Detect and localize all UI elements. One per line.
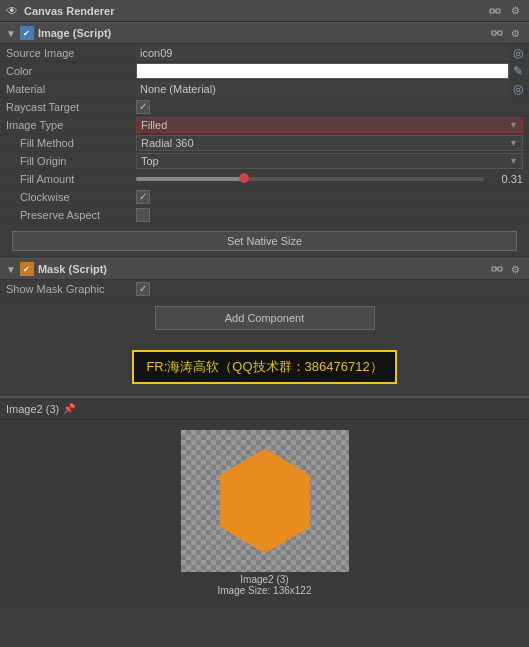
link-icon[interactable] <box>487 3 503 19</box>
fill-method-arrow: ▼ <box>509 138 518 148</box>
watermark-container: FR:海涛高软（QQ技术群：386476712） <box>0 342 529 392</box>
mask-section-icon: ✔ <box>20 262 34 276</box>
clockwise-label: Clockwise <box>6 191 136 203</box>
mask-section-title: Mask (Script) <box>38 263 489 275</box>
add-component-container: Add Component <box>0 298 529 338</box>
material-row: Material None (Material) ◎ <box>0 80 529 98</box>
raycast-target-label: Raycast Target <box>6 101 136 113</box>
image-type-label: Image Type <box>6 119 136 131</box>
color-edit-icon[interactable]: ✎ <box>513 64 523 78</box>
mask-section-link-icon[interactable] <box>489 261 505 277</box>
canvas-renderer-title: Canvas Renderer <box>24 5 487 17</box>
svg-rect-7 <box>498 267 502 271</box>
mask-section-settings-icon[interactable]: ⚙ <box>507 261 523 277</box>
material-label: Material <box>6 83 136 95</box>
clockwise-checkbox[interactable] <box>136 190 150 204</box>
svg-rect-4 <box>498 31 502 35</box>
svg-rect-1 <box>496 9 500 13</box>
fill-amount-track <box>136 177 484 181</box>
fill-origin-dropdown[interactable]: Top ▼ <box>136 153 523 169</box>
fill-amount-row: Fill Amount 0.31 <box>0 170 529 188</box>
source-image-label: Source Image <box>6 47 136 59</box>
settings-icon[interactable]: ⚙ <box>507 3 523 19</box>
clockwise-row: Clockwise <box>0 188 529 206</box>
image-caption-name: Image2 (3) <box>181 574 349 585</box>
raycast-target-checkbox[interactable] <box>136 100 150 114</box>
image-section-header[interactable]: ▼ ✔ Image (Script) ⚙ <box>0 22 529 44</box>
image-section-icon: ✔ <box>20 26 34 40</box>
show-mask-graphic-label: Show Mask Graphic <box>6 283 136 295</box>
raycast-target-row: Raycast Target <box>0 98 529 116</box>
fill-origin-row: Fill Origin Top ▼ <box>0 152 529 170</box>
eye-icon: 👁 <box>6 4 18 18</box>
preserve-aspect-row: Preserve Aspect <box>0 206 529 224</box>
fill-origin-arrow: ▼ <box>509 156 518 166</box>
svg-rect-3 <box>492 31 496 35</box>
show-mask-graphic-checkbox[interactable] <box>136 282 150 296</box>
source-image-edit-icon[interactable]: ◎ <box>513 46 523 60</box>
preserve-aspect-label: Preserve Aspect <box>6 209 136 221</box>
top-bar: 👁 Canvas Renderer ⚙ <box>0 0 529 22</box>
svg-rect-0 <box>490 9 494 13</box>
fill-method-row: Fill Method Radial 360 ▼ <box>0 134 529 152</box>
svg-rect-6 <box>492 267 496 271</box>
material-edit-icon[interactable]: ◎ <box>513 82 523 96</box>
checkerboard-bg <box>181 430 349 572</box>
source-image-value: icon09 <box>140 47 505 59</box>
color-row: Color ✎ <box>0 62 529 80</box>
preview-title: Image2 (3) <box>6 403 59 415</box>
image-caption-size: Image Size: 136x122 <box>181 585 349 596</box>
image-section-settings-icon[interactable]: ⚙ <box>507 25 523 41</box>
fill-amount-thumb[interactable] <box>239 173 249 183</box>
add-component-button[interactable]: Add Component <box>155 306 375 330</box>
color-swatch[interactable] <box>136 63 509 79</box>
image-preview <box>181 430 349 572</box>
image-type-value: Filled <box>141 119 509 131</box>
material-value: None (Material) <box>140 83 505 95</box>
image-type-row: Image Type Filled ▼ <box>0 116 529 134</box>
color-label: Color <box>6 65 136 77</box>
fill-amount-value: 0.31 <box>488 173 523 185</box>
set-native-size-button[interactable]: Set Native Size <box>12 231 517 251</box>
image-type-dropdown[interactable]: Filled ▼ <box>136 117 523 133</box>
image-type-arrow: ▼ <box>509 120 518 130</box>
image-section-title: Image (Script) <box>38 27 489 39</box>
set-native-size-container: Set Native Size <box>0 224 529 258</box>
show-mask-graphic-row: Show Mask Graphic <box>0 280 529 298</box>
fill-amount-slider-container[interactable]: 0.31 <box>136 173 523 185</box>
preserve-aspect-checkbox[interactable] <box>136 208 150 222</box>
preview-area: Image2 (3) 📌 <box>0 396 529 606</box>
fill-amount-label: Fill Amount <box>6 173 136 185</box>
fill-method-label: Fill Method <box>6 137 136 149</box>
fill-origin-value: Top <box>141 155 509 167</box>
watermark-text: FR:海涛高软（QQ技术群：386476712） <box>132 350 396 384</box>
source-image-row: Source Image icon09 ◎ <box>0 44 529 62</box>
fill-origin-label: Fill Origin <box>6 155 136 167</box>
preview-content: Image2 (3) Image Size: 136x122 <box>0 420 529 606</box>
image-section-link-icon[interactable] <box>489 25 505 41</box>
preview-pin-icon[interactable]: 📌 <box>63 403 75 414</box>
preview-header: Image2 (3) 📌 <box>0 398 529 420</box>
fill-amount-fill <box>136 177 244 181</box>
mask-section-header[interactable]: ▼ ✔ Mask (Script) ⚙ <box>0 258 529 280</box>
fill-method-value: Radial 360 <box>141 137 509 149</box>
image-section-toggle[interactable]: ▼ <box>6 28 16 39</box>
mask-section-toggle[interactable]: ▼ <box>6 264 16 275</box>
fill-method-dropdown[interactable]: Radial 360 ▼ <box>136 135 523 151</box>
